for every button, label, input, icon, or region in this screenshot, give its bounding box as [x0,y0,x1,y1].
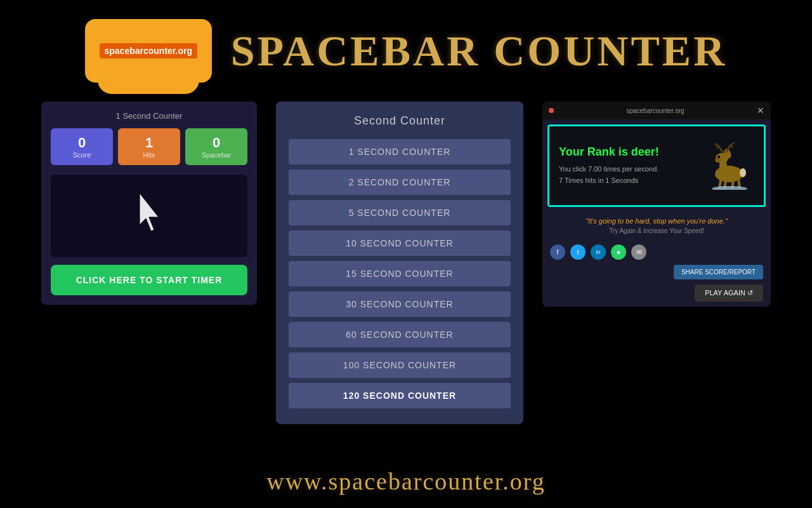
social-share-row: f t in ● ✉ SHARE SCORE/REPORT [542,244,771,279]
click-here-button[interactable]: CLICK HERE TO START TIMER [51,265,247,295]
site-title: SPACEBAR COUNTER [231,26,727,76]
center-panel: Second Counter 1 SECOND COUNTER 2 SECOND… [276,102,523,424]
cursor-icon [133,190,165,242]
header: spacebarcounter.org SPACEBAR COUNTER [0,0,812,95]
svg-point-3 [715,157,721,163]
score-label: Score [54,151,110,159]
logo-text: spacebarcounter.org [100,43,198,58]
hits-label: Hits [121,151,177,159]
counter-item-15s[interactable]: 15 SECOND COUNTER [289,261,511,286]
close-dot [549,108,554,113]
email-icon[interactable]: ✉ [631,244,646,260]
logo-container: spacebarcounter.org [85,19,212,83]
footer: www.spacebarcounter.org [0,467,812,495]
left-panel: 1 Second Counter 0 Score 1 Hits 0 Spaceb… [41,102,257,305]
center-panel-title: Second Counter [289,114,511,128]
counter-item-120s[interactable]: 120 SECOND COUNTER [289,383,511,408]
facebook-icon[interactable]: f [550,244,565,260]
result-display: Your Rank is deer! You click 7.00 times … [547,124,766,207]
counter-item-5s[interactable]: 5 SECOND COUNTER [289,200,511,225]
score-box-hits: 1 Hits [118,128,180,165]
twitter-icon[interactable]: t [570,244,586,260]
window-dots [549,108,554,113]
counter-item-100s[interactable]: 100 SECOND COUNTER [289,352,511,378]
rank-line2: 7 Times hits in 1 Seconds [559,175,697,187]
svg-line-9 [731,143,735,145]
share-score-button[interactable]: SHARE SCORE/REPORT [674,265,763,279]
counter-item-1s[interactable]: 1 SECOND COUNTER [289,139,511,164]
linkedin-icon[interactable]: in [591,244,606,260]
svg-line-6 [714,144,718,145]
browser-url: spacebarcounter.org [554,107,757,114]
quote-text: "It's going to be hard, stop when you're… [550,217,763,225]
try-again-text: Try Again & Increase Your Speed! [550,227,763,234]
close-button[interactable]: ✕ [757,105,764,116]
score-boxes: 0 Score 1 Hits 0 Spacebar [51,128,247,165]
rank-title: Your Rank is deer! [559,145,697,159]
svg-line-5 [718,145,723,153]
spacebar-value: 0 [188,135,244,151]
counter-item-30s[interactable]: 30 SECOND COUNTER [289,291,511,317]
deer-image [697,140,754,191]
counter-item-2s[interactable]: 2 SECOND COUNTER [289,170,511,195]
svg-point-17 [712,186,747,190]
rank-line1: You click 7.00 times per second. [559,164,697,175]
right-panel: spacebarcounter.org ✕ Your Rank is deer!… [542,102,771,307]
spacebar-area[interactable] [51,175,247,257]
score-value: 0 [54,135,110,151]
counter-item-10s[interactable]: 10 SECOND COUNTER [289,231,511,256]
footer-url: www.spacebarcounter.org [0,467,812,495]
svg-point-15 [717,156,720,158]
panels: 1 Second Counter 0 Score 1 Hits 0 Spaceb… [0,95,812,431]
counter-item-60s[interactable]: 60 SECOND COUNTER [289,322,511,347]
whatsapp-icon[interactable]: ● [611,244,626,260]
svg-line-7 [716,145,718,149]
play-again-button[interactable]: PLAY AGAIN ↺ [695,284,763,302]
counter-list: 1 SECOND COUNTER 2 SECOND COUNTER 5 SECO… [289,139,511,408]
spacebar-label: Spacebar [188,151,244,159]
score-box-score: 0 Score [51,128,113,165]
hits-value: 1 [121,135,177,151]
result-text-area: Your Rank is deer! You click 7.00 times … [559,145,697,186]
right-panel-header: spacebarcounter.org ✕ [542,102,771,119]
score-box-spacebar: 0 Spacebar [185,128,247,165]
svg-line-10 [731,145,733,148]
svg-point-16 [740,168,746,177]
quote-section: "It's going to be hard, stop when you're… [542,212,771,244]
svg-rect-1 [719,161,727,175]
social-icons: f t in ● ✉ [542,244,771,260]
left-panel-title: 1 Second Counter [51,111,247,121]
